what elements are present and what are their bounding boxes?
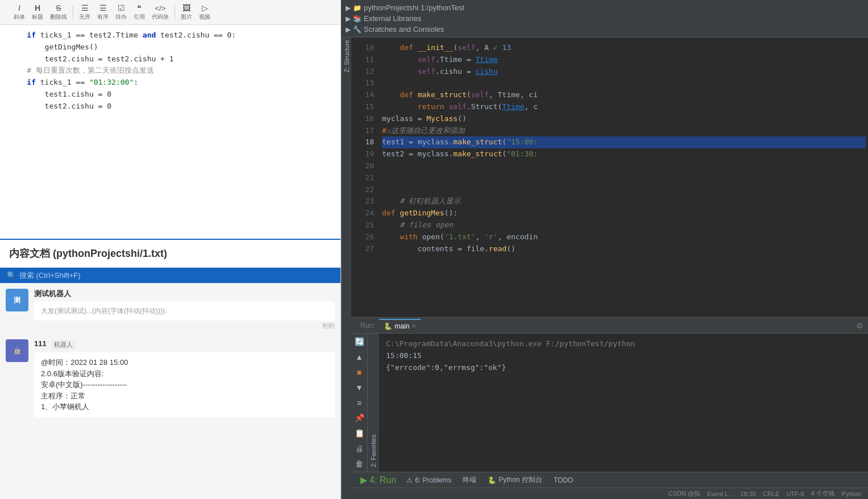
structure-tab[interactable]: Z: Structure: [343, 40, 350, 72]
bottom-tabs: ▶ 4: Run ⚠ 6: Problems 终端 🐍 Python 控制台: [351, 472, 868, 488]
run-output: C:\ProgramData\Anaconda3\python.exe F:/p…: [379, 334, 868, 472]
scroll-down-button[interactable]: ▼: [353, 381, 366, 393]
main-right: 10 11 12 13 14 15 16 17 18 19 20 21 22 2…: [351, 38, 868, 499]
code-line-r-15: return self.Struct(Ttime, c: [382, 101, 866, 113]
heading-button[interactable]: H 标题: [30, 2, 45, 22]
run-tab-close[interactable]: ✕: [412, 323, 416, 329]
run-cmd-line: C:\ProgramData\Anaconda3\python.exe F:/p…: [386, 338, 861, 350]
chat-content-1: 测试机器人 大发(测试测试)...(内容(字体(抖动(抖动)))). 刚刚: [34, 289, 335, 330]
unordered-list-button[interactable]: ☰ 无序: [77, 2, 93, 22]
status-crle: CRLE: [763, 490, 779, 497]
format-button[interactable]: ≡: [353, 397, 366, 409]
pin-button[interactable]: 📌: [353, 412, 366, 424]
ordered-list-button[interactable]: ☰ 有序: [95, 2, 111, 22]
code-line-r-23: # 钉钉机器人显示: [382, 196, 866, 207]
quote-button[interactable]: ❝ 引用: [131, 2, 147, 22]
bottom-tab-python[interactable]: 🐍 Python 控制台: [482, 473, 548, 487]
tree-item-project[interactable]: ▶ 📁 pythonProjectshi 1:/pythonTest: [341, 2, 868, 13]
search-input[interactable]: [19, 271, 334, 280]
list-button[interactable]: 📋: [353, 427, 366, 439]
code-line-r-27: contents = file.read(): [382, 243, 866, 255]
run-label: Run:: [356, 319, 379, 332]
status-spaces: 4 个空格: [811, 489, 835, 498]
expand-icon-2: ▶: [346, 15, 351, 23]
right-panel: ▶ 📁 pythonProjectshi 1:/pythonTest ▶ 📚 E…: [341, 0, 868, 499]
separator: [73, 6, 73, 19]
print-button[interactable]: 🖨: [353, 442, 366, 454]
chat-bubble-1: 大发(测试测试)...(内容(字体(抖动(抖动)))).: [34, 301, 335, 321]
italic-button[interactable]: I 斜体: [11, 2, 27, 22]
run-output-time: 15:00:15: [386, 350, 861, 362]
code-line-r-18: test1 = myclass.make_struct("15:00:: [382, 136, 866, 148]
rerun-button[interactable]: 🔄: [353, 336, 366, 348]
editor-area: 10 11 12 13 14 15 16 17 18 19 20 21 22 2…: [351, 38, 868, 317]
chat-item-1: 测 测试机器人 大发(测试测试)...(内容(字体(抖动(抖动)))). 刚刚: [6, 289, 335, 330]
run-tab-main[interactable]: 🐍 main ✕: [379, 319, 421, 332]
avatar-2: 🤖: [6, 339, 28, 362]
run-body: 🔄 ▲ ■ ▼ ≡ 📌 📋 🖨 🗑 2: Favorites C:\Progra…: [351, 334, 868, 472]
code-line-r-24: def getDingMes():: [382, 207, 866, 219]
stop-button[interactable]: ■: [353, 367, 366, 379]
bottom-tab-problems[interactable]: ⚠ 6: Problems: [401, 474, 457, 486]
bottom-tab-terminal[interactable]: 终端: [457, 473, 482, 487]
code-line-9: test2.cishu = 0: [9, 101, 331, 113]
run-output-json: {"errcode":0,"errmsg":"ok"}: [386, 362, 861, 374]
code-line-1: if ticks_1 == test2.Ttime and test2.cish…: [9, 30, 331, 41]
code-line-r-25: # files open: [382, 219, 866, 231]
tree-item-external[interactable]: ▶ 📚 External Libraries: [341, 13, 868, 24]
expand-icon: ▶: [346, 4, 351, 12]
status-event: Event L...: [707, 490, 733, 497]
chat-bubble-2: @时间：2022 01 28 15:00 2.0.6版本验证内容: 安卓(中文版…: [34, 352, 335, 417]
gear-icon[interactable]: ⚙: [856, 321, 863, 330]
code-line-r-19: test2 = myclass.make_struct("01:30:: [382, 148, 866, 160]
run-tab-label: 4: Run: [369, 475, 396, 485]
delete-button[interactable]: 🗑: [353, 458, 366, 469]
image-button[interactable]: 🖼 图片: [178, 2, 194, 22]
doc-title: 内容文档 (pythonProjectshi/1.txt): [0, 240, 340, 268]
run-play-button[interactable]: ▶ 4: Run: [356, 473, 401, 486]
bottom-tab-todo[interactable]: TODO: [548, 474, 579, 486]
toolbar: I 斜体 H 标题 S 删除线 ☰ 无序 ☰ 有序 ☑ 待办 ❝ 引用 </>: [0, 0, 340, 25]
code-line-r-14: def make_struct(self, Ttime, ci: [382, 89, 866, 101]
separator2: [175, 6, 175, 19]
line-numbers: 10 11 12 13 14 15 16 17 18 19 20 21 22 2…: [351, 38, 380, 317]
project-tree: ▶ 📁 pythonProjectshi 1:/pythonTest ▶ 📚 E…: [341, 0, 868, 38]
tree-label-external: External Libraries: [364, 14, 421, 23]
code-block-button[interactable]: </> 代码块: [149, 3, 171, 22]
expand-icon-3: ▶: [346, 26, 351, 34]
python-icon: 🐍: [488, 476, 496, 484]
code-line-7: test1.cishu = 0: [9, 89, 331, 101]
run-panel: Run: 🐍 main ✕ ⚙ 🔄 ▲ ■ ▼ ≡ 📌: [351, 317, 868, 488]
code-line-r-12: self.cishu = cishu: [382, 66, 866, 78]
left-panel: I 斜体 H 标题 S 删除线 ☰ 无序 ☰ 有序 ☑ 待办 ❝ 引用 </>: [0, 0, 341, 499]
search-bar: 🔍: [0, 268, 340, 283]
avatar-1: 测: [6, 289, 28, 311]
run-sidebar: 🔄 ▲ ■ ▼ ≡ 📌 📋 🖨 🗑: [351, 334, 367, 472]
status-lang: Python: [842, 490, 861, 497]
strikethrough-button[interactable]: S 删除线: [48, 2, 69, 22]
run-tab-name: main: [394, 322, 409, 330]
chat-content-2: 111 机器人 @时间：2022 01 28 15:00 2.0.6版本验证内容…: [34, 339, 335, 417]
run-icon: 🐍: [384, 322, 392, 330]
video-button[interactable]: ▷ 视频: [197, 2, 213, 22]
tree-label-scratches: Scratches and Consoles: [364, 25, 444, 34]
favorites-tab[interactable]: 2: Favorites: [367, 334, 379, 472]
status-bar: CSDN @拓 Event L... 18:35 CRLE UTF-8 4 个空…: [351, 488, 868, 499]
chat-name-1: 测试机器人: [34, 289, 335, 299]
tree-label-project: pythonProjectshi 1:/pythonTest: [364, 3, 464, 12]
code-line-r-16: myclass = Myclass(): [382, 113, 866, 125]
chat-item-2: 🤖 111 机器人 @时间：2022 01 28 15:00 2.0.6版本验证…: [6, 339, 335, 417]
code-line-6: if ticks_1 == "01:32:00":: [9, 77, 331, 89]
code-line-r-17: #⚠这里随自己更改和添加: [382, 125, 866, 137]
play-icon: ▶: [360, 475, 367, 485]
tree-item-scratches[interactable]: ▶ 🔧 Scratches and Consoles: [341, 24, 868, 35]
code-line-r-22: [382, 184, 866, 196]
scroll-up-button[interactable]: ▲: [353, 351, 366, 363]
code-line-3: test2.cishu = test2.cishu + 1: [9, 53, 331, 65]
todo-button[interactable]: ☑ 待办: [113, 2, 129, 22]
code-content[interactable]: def __init__(self, A ✓ 13 self.Ttime = T…: [380, 38, 868, 317]
library-icon: 📚: [353, 15, 362, 23]
right-layout: Z: Structure 10 11 12 13 14 15 16 17 18: [341, 38, 868, 499]
run-tabs: Run: 🐍 main ✕ ⚙: [351, 318, 868, 334]
chat-badge: 机器人: [51, 340, 76, 350]
